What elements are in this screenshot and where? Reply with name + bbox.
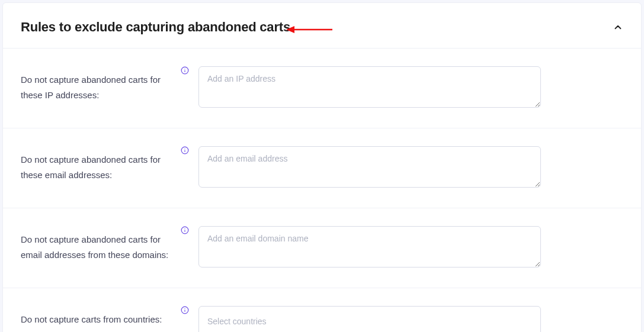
exclusion-rules-panel: Rules to exclude capturing abandoned car… [2, 2, 642, 332]
label-email: Do not capture abandoned carts for these… [21, 152, 181, 182]
info-icon[interactable] [181, 226, 189, 234]
ip-address-input[interactable] [198, 66, 541, 108]
panel-header[interactable]: Rules to exclude capturing abandoned car… [3, 3, 641, 49]
arrow-annotation [286, 24, 332, 35]
info-icon[interactable] [181, 66, 189, 75]
label-ip: Do not capture abandoned carts for these… [21, 72, 181, 102]
info-icon[interactable] [181, 306, 189, 314]
chevron-up-icon [613, 22, 623, 33]
exclusion-rules-body: Do not capture abandoned carts for these… [3, 49, 641, 332]
label-country: Do not capture carts from countries: [21, 312, 181, 327]
svg-point-7 [184, 149, 185, 149]
svg-point-13 [184, 308, 185, 309]
email-domain-input[interactable] [198, 226, 541, 267]
svg-point-4 [184, 69, 185, 69]
row-ip-exclusion: Do not capture abandoned carts for these… [3, 49, 641, 128]
row-country-exclusion: Do not capture carts from countries: Sel… [3, 288, 641, 332]
row-email-exclusion: Do not capture abandoned carts for these… [3, 128, 641, 208]
country-select[interactable]: Select countries [198, 306, 541, 332]
panel-title: Rules to exclude capturing abandoned car… [21, 20, 290, 35]
svg-point-10 [184, 228, 185, 229]
info-icon[interactable] [181, 146, 189, 154]
label-domain: Do not capture abandoned carts for email… [21, 232, 181, 262]
email-address-input[interactable] [198, 146, 541, 188]
row-domain-exclusion: Do not capture abandoned carts for email… [3, 208, 641, 288]
